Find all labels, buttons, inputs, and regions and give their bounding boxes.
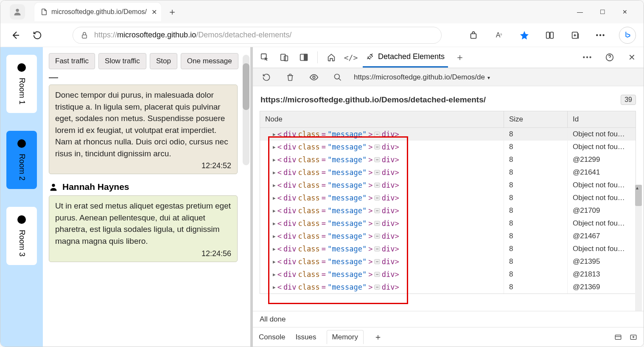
col-node[interactable]: Node xyxy=(260,111,504,127)
room-label: Room 2 xyxy=(17,154,26,181)
table-row[interactable]: ▶<div class="message">⋯div>8@21813 xyxy=(260,268,636,281)
table-row[interactable]: ▶<div class="message">⋯div>8Object not f… xyxy=(260,128,636,141)
svg-rect-1 xyxy=(82,35,87,38)
devtools-scrollbar[interactable]: ▴▾ xyxy=(635,185,642,311)
id-cell: Object not fou… xyxy=(568,128,636,141)
inspect-element-icon[interactable] xyxy=(257,50,272,65)
page-selector[interactable]: https://microsoftedge.github.io/Demos/de xyxy=(354,73,490,82)
dock-side-icon[interactable] xyxy=(296,50,311,65)
fast-traffic-button[interactable]: Fast traffic xyxy=(49,53,95,69)
table-row[interactable]: ▶<div class="message">⋯div>8Object not f… xyxy=(260,179,636,192)
table-row[interactable]: ▶<div class="message">⋯div>8@21395 xyxy=(260,255,636,268)
close-window-button[interactable]: ✕ xyxy=(622,8,627,15)
favorite-button[interactable] xyxy=(517,28,532,42)
node-cell: ▶<div class="message">⋯div> xyxy=(260,281,504,293)
room-rail: Room 1Room 2Room 3 xyxy=(0,47,43,347)
table-row[interactable]: ▶<div class="message">⋯div>8@21369 xyxy=(260,281,636,293)
url-text: https://microsoftedge.github.io/Demos/de… xyxy=(94,31,291,39)
minimize-button[interactable]: ― xyxy=(577,8,583,15)
message-body: Ut in erat sed metus aliquet egestas pre… xyxy=(55,200,231,247)
device-emulation-icon[interactable] xyxy=(277,50,292,65)
table-row[interactable]: ▶<div class="message">⋯div>8@21299 xyxy=(260,153,636,166)
welcome-tab-icon[interactable] xyxy=(324,50,339,65)
id-cell: @21467 xyxy=(568,230,636,243)
table-row[interactable]: ▶<div class="message">⋯div>8@21709 xyxy=(260,204,636,217)
id-cell: @21395 xyxy=(568,255,636,268)
drawer-popout-icon[interactable] xyxy=(629,333,638,341)
slow-traffic-button[interactable]: Slow traffic xyxy=(98,53,146,69)
detached-table: Node Size Id ▶<div class="message">⋯div>… xyxy=(260,111,636,294)
message-sender: Hannah Haynes xyxy=(49,182,238,192)
new-tab-icon[interactable]: ＋ xyxy=(452,50,468,65)
memory-tab[interactable]: Memory xyxy=(327,330,364,344)
new-tab-button[interactable]: ＋ xyxy=(165,4,180,20)
help-icon[interactable] xyxy=(602,50,617,65)
id-cell: Object not fou… xyxy=(568,179,636,192)
split-screen-icon[interactable] xyxy=(543,28,557,42)
maximize-button[interactable]: ☐ xyxy=(600,8,605,15)
refresh-detached-icon[interactable] xyxy=(259,70,274,85)
shopping-icon[interactable] xyxy=(466,28,481,42)
table-row[interactable]: ▶<div class="message">⋯div>8Object not f… xyxy=(260,217,636,230)
table-row[interactable]: ▶<div class="message">⋯div>8Object not f… xyxy=(260,243,636,255)
window-controls: ― ☐ ✕ xyxy=(577,8,640,15)
detached-elements-tab[interactable]: Detached Elements xyxy=(363,47,448,68)
room-button-1[interactable]: Room 1 xyxy=(6,55,37,113)
titlebar: microsoftedge.github.io/Demos/ ✕ ＋ ― ☐ ✕ xyxy=(0,0,644,23)
collections-icon[interactable] xyxy=(568,28,582,42)
devtools-more-icon[interactable]: ••• xyxy=(580,50,595,65)
id-cell: Object not fou… xyxy=(568,217,636,230)
collect-garbage-icon[interactable] xyxy=(283,70,298,85)
one-message-button[interactable]: One message xyxy=(181,53,238,69)
table-row[interactable]: ▶<div class="message">⋯div>8@21467 xyxy=(260,230,636,243)
profile-button[interactable] xyxy=(10,4,25,20)
detached-elements-tab-label: Detached Elements xyxy=(378,52,445,61)
message-time: 12:24:56 xyxy=(55,248,231,259)
node-cell: ▶<div class="message">⋯div> xyxy=(260,268,504,281)
size-cell: 8 xyxy=(504,153,568,166)
room-label: Room 1 xyxy=(17,78,26,104)
table-row[interactable]: ▶<div class="message">⋯div>8Object not f… xyxy=(260,192,636,204)
svg-point-0 xyxy=(16,9,19,12)
more-menu-button[interactable]: ••• xyxy=(594,28,608,42)
drawer-add-icon[interactable]: ＋ xyxy=(374,331,382,343)
table-row[interactable]: ▶<div class="message">⋯div>8@21641 xyxy=(260,166,636,179)
size-cell: 8 xyxy=(504,243,568,255)
drawer-expand-icon[interactable] xyxy=(614,333,622,341)
node-cell: ▶<div class="message">⋯div> xyxy=(260,128,504,141)
message: Donec tempor dui purus, in malesuada dol… xyxy=(49,85,238,174)
devtools-drawer: Console Issues Memory ＋ xyxy=(253,327,644,347)
id-cell: @21369 xyxy=(568,281,636,293)
eye-icon[interactable] xyxy=(306,70,322,85)
room-label: Room 3 xyxy=(17,230,26,257)
col-id[interactable]: Id xyxy=(568,111,636,127)
node-cell: ▶<div class="message">⋯div> xyxy=(260,230,504,243)
address-bar[interactable]: https://microsoftedge.github.io/Demos/de… xyxy=(73,27,442,44)
devtools: </> Detached Elements ＋ ••• ✕ https://mi… xyxy=(253,47,644,347)
stop-button[interactable]: Stop xyxy=(150,53,177,69)
size-cell: 8 xyxy=(504,179,568,192)
browser-tab[interactable]: microsoftedge.github.io/Demos/ ✕ xyxy=(34,3,161,21)
room-button-3[interactable]: Room 3 xyxy=(6,207,37,265)
scrollbar[interactable] xyxy=(243,55,249,165)
node-cell: ▶<div class="message">⋯div> xyxy=(260,217,504,230)
room-button-2[interactable]: Room 2 xyxy=(6,131,37,189)
issues-tab[interactable]: Issues xyxy=(295,333,316,341)
search-icon[interactable] xyxy=(330,70,345,85)
node-cell: ▶<div class="message">⋯div> xyxy=(260,192,504,204)
chat-toolbar: Fast traffic Slow traffic Stop One messa… xyxy=(49,53,247,69)
bing-chat-button[interactable] xyxy=(619,27,636,44)
tab-close-button[interactable]: ✕ xyxy=(150,8,158,16)
status-dot-icon xyxy=(17,215,26,224)
read-aloud-icon[interactable]: A⁾⁾ xyxy=(492,28,506,42)
size-cell: 8 xyxy=(504,141,568,153)
workspace: Room 1Room 2Room 3 Fast traffic Slow tra… xyxy=(0,47,644,347)
refresh-button[interactable] xyxy=(30,28,45,42)
devtools-close-button[interactable]: ✕ xyxy=(624,50,639,65)
back-button[interactable] xyxy=(8,28,22,42)
elements-tab-icon[interactable]: </> xyxy=(343,50,358,65)
console-tab[interactable]: Console xyxy=(259,333,285,341)
col-size[interactable]: Size xyxy=(504,111,568,127)
chat-column: Fast traffic Slow traffic Stop One messa… xyxy=(43,47,250,347)
table-row[interactable]: ▶<div class="message">⋯div>8Object not f… xyxy=(260,141,636,153)
